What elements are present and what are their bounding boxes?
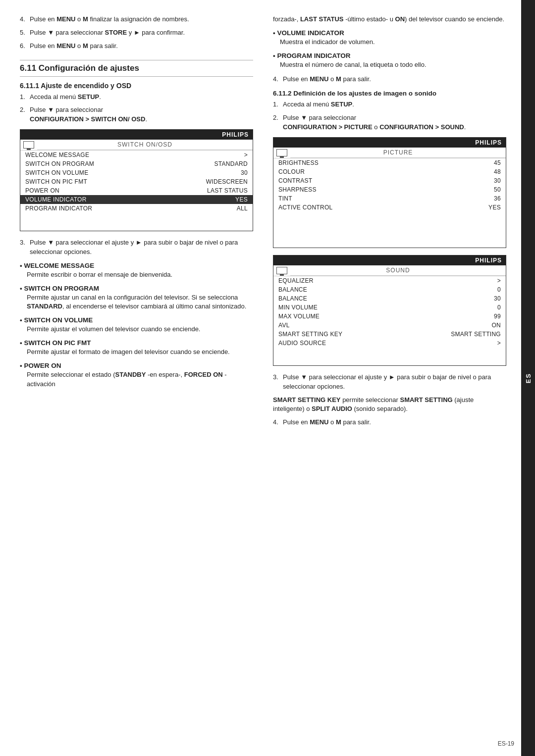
bullet-vol-ind-title: VOLUME INDICATOR <box>273 29 506 37</box>
intro-items: 4. Pulse en MENU o M finalizar la asigna… <box>20 15 253 51</box>
picture-row-empty-2 <box>273 221 506 230</box>
menu-row-empty-1 <box>20 213 253 222</box>
menu-row-switch-on-program: SWITCH ON PROGRAM STANDARD <box>20 159 253 168</box>
setup-612-step-2: 2. Pulse ▼ para seleccionarCONFIGURATION… <box>273 113 506 132</box>
picture-row-contrast: CONTRAST30 <box>273 176 506 185</box>
picture-row-empty-3 <box>273 230 506 239</box>
picture-row-brightness: BRIGHTNESS45 <box>273 158 506 167</box>
picture-monitor-icon <box>276 149 287 156</box>
bullet-prog-ind-title: PROGRAM INDICATOR <box>273 52 506 59</box>
picture-row-sharpness: SHARPNESS50 <box>273 185 506 194</box>
bullet-welcome-body: Permite escribir o borrar el mensaje de … <box>27 270 253 280</box>
subsection-611-1-heading: 6.11.1 Ajuste de encendido y OSD <box>20 82 253 90</box>
right-step-3: 3. Pulse ▼ para seleccionar el ajuste y … <box>273 373 506 392</box>
intro-item-6: 6. Pulse en MENU o M para salir. <box>20 42 253 51</box>
sound-row-empty-1 <box>273 348 506 356</box>
bullet-pic-fmt-title: SWITCH ON PIC FMT <box>20 339 253 347</box>
picture-menu-title: PICTURE <box>290 148 506 158</box>
bullet-welcome-message: WELCOME MESSAGE Permite escribir o borra… <box>20 262 253 280</box>
side-tab: ES <box>521 0 535 756</box>
menu-brand: PHILIPS <box>20 130 253 140</box>
bullet-switch-on-prog-body: Permite ajustar un canal en la configura… <box>27 293 253 312</box>
sound-menu-title: SOUND <box>290 265 506 276</box>
bullet-power-on: POWER ON Permite seleccionar el estado (… <box>20 362 253 389</box>
monitor-icon <box>23 141 34 149</box>
bullet-vol-ind-body: Muestra el indicador de volumen. <box>280 38 506 47</box>
section-612-heading: 6.11.2 Definición de los ajustes de imag… <box>273 90 506 97</box>
left-column: 4. Pulse en MENU o M finalizar la asigna… <box>20 15 268 741</box>
bullet-switch-on-vol-title: SWITCH ON VOLUME <box>20 316 253 324</box>
bullet-power-on-title: POWER ON <box>20 362 253 369</box>
right-step-4-end: 4. Pulse en MENU o M para salir. <box>273 418 506 427</box>
sound-monitor-icon <box>276 267 287 274</box>
sound-menu: PHILIPS SOUND EQUALIZER> BALANCE0 BALANC… <box>273 255 506 366</box>
sound-row-empty-2 <box>273 356 506 365</box>
bullet-switch-on-volume: SWITCH ON VOLUME Permite ajustar el volu… <box>20 316 253 334</box>
bullet-power-on-body: Permite seleccionar el estado (STANDBY -… <box>27 370 253 389</box>
menu-row-empty-2 <box>20 222 253 231</box>
picture-row-empty-4 <box>273 239 506 248</box>
menu-row-switch-on-pic-fmt: SWITCH ON PIC FMT WIDESCREEN <box>20 177 253 186</box>
bullet-pic-fmt-body: Permite ajustar el formato de imagen del… <box>27 348 253 357</box>
menu-row-volume-indicator: VOLUME INDICATOR YES <box>20 195 253 204</box>
menu-row-welcome: WELCOME MESSAGE > <box>20 151 253 159</box>
menu-row-power-on: POWER ON LAST STATUS <box>20 186 253 195</box>
picture-row-tint: TINT36 <box>273 194 506 203</box>
power-on-continuation: forzada-, LAST STATUS -último estado- u … <box>273 15 506 24</box>
page-number: ES-19 <box>498 740 514 747</box>
sound-row-min-volume: MIN VOLUME0 <box>273 303 506 312</box>
right-column: forzada-, LAST STATUS -último estado- u … <box>268 15 506 741</box>
right-step-4: 4. Pulse en MENU o M para salir. <box>273 75 506 84</box>
menu-title: SWITCH ON/OSD <box>37 140 253 150</box>
setup-step-1: 1. Acceda al menú SETUP. <box>20 93 253 102</box>
menu-row-switch-on-volume: SWITCH ON VOLUME 30 <box>20 168 253 177</box>
side-tab-label: ES <box>525 373 532 383</box>
intro-item-4: 4. Pulse en MENU o M finalizar la asigna… <box>20 15 253 24</box>
setup-step-2: 2. Pulse ▼ para seleccionarCONFIGURATION… <box>20 105 253 124</box>
bullet-switch-on-vol-body: Permite ajustar el volumen del televisor… <box>27 325 253 334</box>
section-divider <box>20 76 253 77</box>
sound-row-balance-1: BALANCE0 <box>273 285 506 294</box>
bullet-switch-on-pic-fmt: SWITCH ON PIC FMT Permite ajustar el for… <box>20 339 253 357</box>
step-3: 3. Pulse ▼ para seleccionar el ajuste y … <box>20 238 253 257</box>
sound-row-avl: AVLON <box>273 321 506 330</box>
menu-row-program-indicator: PROGRAM INDICATOR ALL <box>20 204 253 213</box>
switch-on-osd-menu: PHILIPS SWITCH ON/OSD WELCOME MESSAGE > … <box>20 129 253 231</box>
picture-row-colour: COLOUR48 <box>273 167 506 176</box>
bullet-prog-ind-body: Muestra el número de canal, la etiqueta … <box>280 60 506 70</box>
sound-row-equalizer: EQUALIZER> <box>273 276 506 285</box>
sound-row-audio-source: AUDIO SOURCE> <box>273 339 506 348</box>
section-611-heading: 6.11 Configuración de ajustes <box>20 60 253 74</box>
sound-menu-brand: PHILIPS <box>273 255 506 265</box>
picture-menu: PHILIPS PICTURE BRIGHTNESS45 COLOUR48 CO… <box>273 137 506 248</box>
picture-row-active-control: ACTIVE CONTROLYES <box>273 203 506 212</box>
intro-item-5: 5. Pulse ▼ para seleccionar STORE y ► pa… <box>20 28 253 38</box>
bullet-switch-on-program: SWITCH ON PROGRAM Permite ajustar un can… <box>20 285 253 312</box>
bullet-volume-indicator: VOLUME INDICATOR Muestra el indicador de… <box>273 29 506 47</box>
sound-row-smart-setting-key: SMART SETTING KEYSMART SETTING <box>273 330 506 339</box>
picture-menu-brand: PHILIPS <box>273 138 506 148</box>
bullet-switch-on-prog-title: SWITCH ON PROGRAM <box>20 285 253 292</box>
setup-612-step-1: 1. Acceda al menú SETUP. <box>273 100 506 109</box>
bullet-welcome-title: WELCOME MESSAGE <box>20 262 253 269</box>
sound-row-balance-2: BALANCE30 <box>273 294 506 303</box>
bullet-program-indicator: PROGRAM INDICATOR Muestra el número de c… <box>273 52 506 70</box>
picture-row-empty-1 <box>273 212 506 221</box>
smart-setting-paragraph: SMART SETTING KEY permite seleccionar SM… <box>273 396 506 414</box>
sound-row-max-volume: MAX VOLUME99 <box>273 312 506 321</box>
